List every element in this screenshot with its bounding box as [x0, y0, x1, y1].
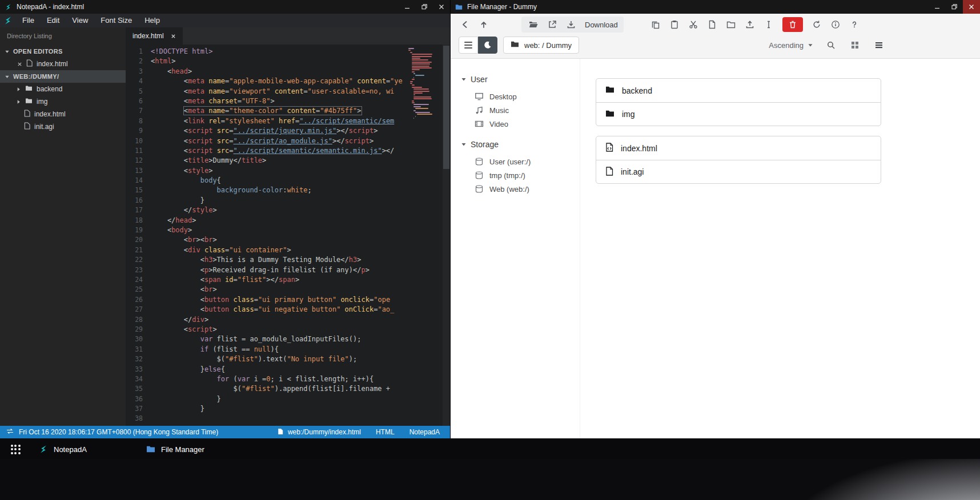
sync-icon[interactable]: [6, 428, 14, 436]
code-line[interactable]: 37 }: [126, 404, 450, 414]
file-row-init-agi[interactable]: init.agi: [596, 160, 881, 183]
code-line[interactable]: 25 <br>: [126, 285, 450, 295]
app-launcher-button[interactable]: [7, 439, 24, 459]
new-file-button[interactable]: [706, 18, 718, 31]
code-line[interactable]: 11 <script src="../script/semantic/seman…: [126, 146, 450, 156]
refresh-button[interactable]: [810, 18, 823, 31]
tab-close-icon[interactable]: [171, 34, 176, 39]
theme-toggle-button[interactable]: [478, 37, 497, 54]
code-line[interactable]: 3 <head>: [126, 67, 450, 76]
code-line[interactable]: 22 <h3>This is a Dummy Testing Module</h…: [126, 255, 450, 265]
sidebar-item-music[interactable]: Music: [461, 103, 580, 117]
code-editor[interactable]: 1<!DOCTYPE html>2<html>3 <head>4 <meta n…: [126, 45, 450, 426]
up-button[interactable]: [477, 18, 490, 31]
code-line[interactable]: 21 <div class="ui container">: [126, 245, 450, 255]
upload-button[interactable]: [744, 18, 756, 31]
code-line[interactable]: 17 </style>: [126, 205, 450, 215]
code-line[interactable]: 27 <button class="ui negative button" on…: [126, 305, 450, 314]
copy-button[interactable]: [649, 18, 662, 31]
tab-index-html[interactable]: index.html: [126, 27, 183, 45]
code-line[interactable]: 8 <link rel="stylesheet" href="../script…: [126, 116, 450, 126]
code-line[interactable]: 2<html>: [126, 57, 450, 66]
taskbar-item-notepada[interactable]: NotepadA: [31, 439, 138, 459]
new-folder-button[interactable]: [725, 18, 737, 31]
sidebar-item-user-drive[interactable]: User (user:/): [461, 155, 580, 168]
cut-button[interactable]: [687, 18, 700, 31]
code-line[interactable]: 1<!DOCTYPE html>: [126, 47, 450, 57]
restore-button[interactable]: [416, 0, 433, 14]
code-line[interactable]: 19 <body>: [126, 225, 450, 235]
grid-view-button[interactable]: [849, 39, 861, 51]
open-editors-section[interactable]: OPEN EDITORS: [0, 45, 126, 58]
restore-button[interactable]: [946, 0, 963, 14]
filemanager-titlebar[interactable]: File Manager - Dummy: [451, 0, 980, 14]
breadcrumb[interactable]: web: / Dummy: [503, 37, 579, 54]
help-button[interactable]: [848, 18, 861, 31]
sidebar-item-video[interactable]: Video: [461, 117, 580, 131]
open-folder-button[interactable]: [527, 18, 540, 31]
code-line[interactable]: 9 <script src="../script/jquery.min.js">…: [126, 126, 450, 136]
code-line[interactable]: 28 </div>: [126, 315, 450, 325]
code-line[interactable]: 15 background-color:white;: [126, 186, 450, 195]
code-line[interactable]: 29 <script>: [126, 325, 450, 334]
download-button[interactable]: Download: [584, 21, 618, 29]
notepad-titlebar[interactable]: NotepadA - index.html: [0, 0, 450, 14]
close-button[interactable]: [963, 0, 980, 14]
minimap[interactable]: [408, 48, 440, 122]
file-row-backend[interactable]: backend: [596, 79, 881, 102]
file-row-index-html[interactable]: index.html: [596, 136, 881, 160]
code-line[interactable]: 31 if (flist == null){: [126, 345, 450, 354]
scrollbar-thumb[interactable]: [443, 46, 449, 169]
close-icon[interactable]: [17, 62, 22, 67]
code-line[interactable]: 7 <meta name="theme-color" content="#4b7…: [126, 106, 450, 116]
code-line[interactable]: 23 <p>Received drag-in filelist (if any)…: [126, 265, 450, 275]
info-button[interactable]: [829, 18, 842, 31]
close-button[interactable]: [433, 0, 450, 14]
code-line[interactable]: 36 }: [126, 394, 450, 404]
code-line[interactable]: 14 body{: [126, 176, 450, 186]
file-row-img[interactable]: img: [596, 102, 881, 126]
code-line[interactable]: 4 <meta name="apple-mobile-web-app-capab…: [126, 76, 450, 86]
code-line[interactable]: 6 <meta charset="UTF-8">: [126, 96, 450, 106]
code-line[interactable]: 32 $("#flist").text("No input file");: [126, 354, 450, 364]
code-line[interactable]: 30 var flist = ao_module_loadInputFiles(…: [126, 334, 450, 344]
open-editor-item-index-html[interactable]: index.html: [0, 58, 126, 70]
code-line[interactable]: 34 for (var i =0; i < flist.length; i++)…: [126, 374, 450, 384]
code-line[interactable]: 16 }: [126, 196, 450, 205]
code-line[interactable]: 35 $("#flist").append(flist[i].filename …: [126, 384, 450, 394]
open-external-button[interactable]: [546, 18, 559, 31]
code-line[interactable]: 13 <style>: [126, 166, 450, 176]
editor-scrollbar[interactable]: [443, 45, 450, 426]
nav-group-user[interactable]: User: [461, 75, 580, 84]
minimize-button[interactable]: [399, 0, 416, 14]
search-button[interactable]: [825, 39, 837, 51]
download-icon[interactable]: [565, 18, 577, 31]
back-button[interactable]: [459, 18, 471, 31]
menu-file[interactable]: File: [16, 14, 41, 27]
tree-item-index-html[interactable]: index.html: [0, 108, 126, 120]
code-line[interactable]: 33 }else{: [126, 365, 450, 374]
sidebar-item-desktop[interactable]: Desktop: [461, 90, 580, 103]
code-line[interactable]: 38: [126, 414, 450, 424]
tree-item-backend[interactable]: backend: [0, 83, 126, 95]
delete-button[interactable]: [782, 17, 803, 32]
code-line[interactable]: 24 <span id="flist"></span>: [126, 275, 450, 285]
minimize-button[interactable]: [929, 0, 946, 14]
tree-item-init-agi[interactable]: init.agi: [0, 120, 126, 133]
code-line[interactable]: 20 <br><br>: [126, 235, 450, 245]
sort-dropdown[interactable]: Ascending: [769, 41, 813, 50]
code-line[interactable]: 12 <title>Dummy</title>: [126, 156, 450, 166]
code-line[interactable]: 5 <meta name="viewport" content="user-sc…: [126, 87, 450, 96]
code-line[interactable]: 26 <button class="ui primary button" onc…: [126, 295, 450, 305]
list-view-button[interactable]: [873, 39, 885, 51]
rename-button[interactable]: [762, 18, 775, 31]
sidebar-item-tmp-drive[interactable]: tmp (tmp:/): [461, 168, 580, 182]
tree-item-img[interactable]: img: [0, 95, 126, 108]
nav-group-storage[interactable]: Storage: [461, 140, 580, 149]
menu-help[interactable]: Help: [138, 14, 166, 27]
menu-font-size[interactable]: Font Size: [94, 14, 138, 27]
taskbar-item-file-manager[interactable]: File Manager: [138, 439, 246, 459]
paste-button[interactable]: [668, 18, 681, 31]
menu-edit[interactable]: Edit: [41, 14, 66, 27]
code-line[interactable]: 18 </head>: [126, 216, 450, 225]
